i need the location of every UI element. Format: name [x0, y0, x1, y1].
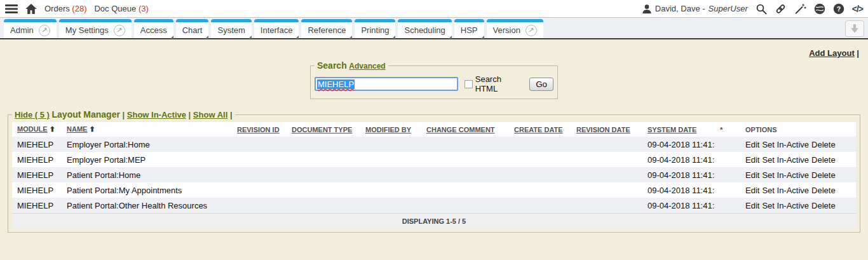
add-layout-link[interactable]: Add Layout [809, 48, 855, 58]
nav-tab-bar: Admin ↗ My Settings ↗ Access Chart Syste… [0, 18, 868, 39]
go-button[interactable]: Go [529, 78, 553, 91]
user-icon [642, 4, 652, 14]
table-row: MIEHELP Employer Portal:Home 09-04-2018 … [12, 137, 856, 152]
cell-options: EditSet In-ActiveDelete [740, 170, 856, 180]
search-input[interactable]: MIEHELP [315, 77, 458, 91]
cell-system-date: 09-04-2018 11:41:38 [642, 186, 715, 195]
sort-ascending-icon[interactable]: ⬆ [89, 125, 95, 133]
code-icon[interactable]: </> [852, 4, 863, 14]
tab-printing[interactable]: Printing [355, 19, 395, 38]
cell-system-date: 09-04-2018 11:41:38 [642, 201, 715, 210]
edit-link[interactable]: Edit [745, 170, 759, 180]
orders-link[interactable]: Orders (28) [44, 4, 86, 13]
tab-scheduling[interactable]: Scheduling [398, 19, 451, 38]
search-icon[interactable] [756, 3, 767, 15]
column-header-name[interactable]: NAME⬆ [62, 125, 232, 133]
tab-hsp-label: HSP [461, 25, 478, 35]
jump-arrow-icon[interactable]: ↗ [114, 25, 125, 36]
delete-link[interactable]: Delete [811, 170, 836, 180]
hamburger-menu-icon[interactable] [5, 4, 18, 14]
delete-link[interactable]: Delete [811, 201, 836, 210]
collapse-tabs-button[interactable] [845, 20, 864, 37]
tab-access-label: Access [140, 25, 167, 35]
cell-name: Employer Portal:MEP [62, 155, 232, 165]
dropdown-corner-icon [392, 36, 395, 39]
doc-queue-link[interactable]: Doc Queue (3) [94, 4, 148, 13]
page-content: Add Layout | Search Advanced MIEHELP Sea… [0, 39, 868, 233]
cell-options: EditSet In-ActiveDelete [740, 140, 856, 149]
search-html-checkbox[interactable] [465, 80, 472, 88]
edit-link[interactable]: Edit [745, 201, 759, 210]
cell-options: EditSet In-ActiveDelete [740, 201, 856, 210]
tab-printing-label: Printing [361, 25, 389, 35]
user-menu[interactable]: David, Dave - SuperUser [642, 4, 748, 14]
edit-link[interactable]: Edit [745, 155, 759, 165]
show-inactive-link[interactable]: Show In-Active [127, 110, 186, 120]
globe-icon[interactable] [814, 3, 825, 15]
column-header-document-type[interactable]: DOCUMENT TYPE [287, 126, 360, 133]
set-inactive-link[interactable]: Set In-Active [762, 155, 809, 165]
show-all-link[interactable]: Show All [193, 110, 227, 120]
cell-module: MIEHELP [12, 155, 62, 165]
cell-system-date: 09-04-2018 11:41:38 [642, 170, 715, 180]
search-html-label: Search HTML [475, 74, 523, 93]
cell-module: MIEHELP [12, 201, 62, 210]
tab-access[interactable]: Access [134, 19, 173, 38]
tab-version[interactable]: Version ↗ [487, 19, 543, 38]
sort-ascending-icon[interactable]: ⬆ [50, 125, 55, 133]
tab-system[interactable]: System [211, 19, 251, 38]
tab-chart[interactable]: Chart [176, 19, 209, 38]
column-header-change-comment[interactable]: CHANGE COMMENT [421, 126, 509, 133]
column-header-modified-by[interactable]: MODIFIED BY [360, 126, 421, 133]
hide-link[interactable]: Hide ( 5 ) [15, 110, 50, 120]
dropdown-corner-icon [205, 36, 208, 39]
help-icon[interactable]: ? [833, 3, 844, 15]
search-title: Search [317, 60, 347, 71]
svg-text:?: ? [837, 4, 841, 12]
tab-reference-label: Reference [308, 25, 346, 35]
jump-arrow-icon[interactable]: ↗ [39, 25, 50, 36]
edit-link[interactable]: Edit [745, 186, 759, 195]
set-inactive-link[interactable]: Set In-Active [762, 201, 809, 210]
home-icon[interactable] [25, 4, 37, 14]
layout-manager-title: Layout Manager [52, 109, 120, 120]
dropdown-corner-icon [349, 36, 352, 39]
tab-system-label: System [217, 25, 245, 35]
search-legend: Search Advanced [315, 60, 388, 71]
table-row: MIEHELP Patient Portal:Home 09-04-2018 1… [12, 167, 856, 182]
tab-my-settings[interactable]: My Settings ↗ [59, 19, 132, 38]
jump-arrow-icon[interactable]: ↗ [526, 25, 537, 36]
tab-hsp[interactable]: HSP [454, 19, 484, 38]
orders-label: Orders [44, 4, 70, 13]
delete-link[interactable]: Delete [811, 186, 836, 195]
edit-link[interactable]: Edit [745, 140, 759, 149]
column-header-module[interactable]: MODULE⬆ [12, 125, 62, 133]
tab-version-label: Version [493, 25, 520, 35]
tab-interface[interactable]: Interface [254, 19, 299, 38]
tab-reference[interactable]: Reference [301, 19, 352, 38]
legend-separator: | [123, 110, 125, 120]
column-header-asterisk: * [715, 126, 740, 133]
add-layout-row: Add Layout | [8, 44, 860, 59]
advanced-search-link[interactable]: Advanced [349, 62, 385, 71]
top-bar: Orders (28) Doc Queue (3) David, Dave - … [0, 0, 868, 18]
column-header-revision-id[interactable]: REVISION ID [232, 126, 287, 133]
set-inactive-link[interactable]: Set In-Active [762, 140, 809, 149]
set-inactive-link[interactable]: Set In-Active [762, 170, 809, 180]
table-header-row: MODULE⬆ NAME⬆ REVISION ID DOCUMENT TYPE … [12, 122, 856, 137]
tab-admin[interactable]: Admin ↗ [4, 19, 57, 38]
set-inactive-link[interactable]: Set In-Active [762, 186, 809, 195]
wand-icon[interactable] [794, 3, 806, 15]
column-header-system-date[interactable]: SYSTEM DATE [642, 126, 715, 133]
cell-name: Patient Portal:My Appointments [62, 186, 232, 195]
search-input-value: MIEHELP [317, 79, 355, 89]
user-role-text: SuperUser [709, 4, 748, 13]
layout-manager-table: MODULE⬆ NAME⬆ REVISION ID DOCUMENT TYPE … [12, 122, 856, 228]
delete-link[interactable]: Delete [811, 140, 836, 149]
column-header-create-date[interactable]: CREATE DATE [509, 126, 571, 133]
column-header-revision-date[interactable]: REVISION DATE [571, 126, 642, 133]
delete-link[interactable]: Delete [811, 155, 836, 165]
link-icon[interactable] [775, 3, 787, 15]
cell-name: Patient Portal:Home [62, 170, 232, 180]
tab-chart-label: Chart [182, 25, 203, 35]
